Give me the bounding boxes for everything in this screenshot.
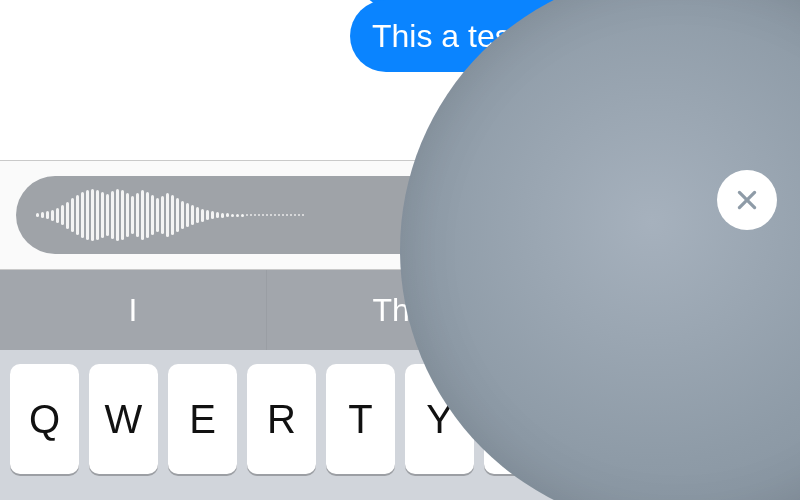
key-label: Q	[29, 397, 60, 442]
key-label: R	[267, 397, 296, 442]
key-e[interactable]: E	[168, 364, 237, 474]
key-w[interactable]: W	[89, 364, 158, 474]
waveform-icon	[36, 176, 441, 254]
predictive-text: I	[129, 292, 138, 329]
cancel-button[interactable]	[717, 170, 777, 230]
predictive-suggestion[interactable]: I	[0, 270, 267, 350]
key-label: T	[348, 397, 372, 442]
key-r[interactable]: R	[247, 364, 316, 474]
key-label: W	[105, 397, 143, 442]
messages-screen: This a test mes 0:00 I The I'm Q W E R T…	[0, 0, 800, 500]
key-label: E	[189, 397, 216, 442]
close-icon	[734, 187, 760, 213]
key-q[interactable]: Q	[10, 364, 79, 474]
key-t[interactable]: T	[326, 364, 395, 474]
